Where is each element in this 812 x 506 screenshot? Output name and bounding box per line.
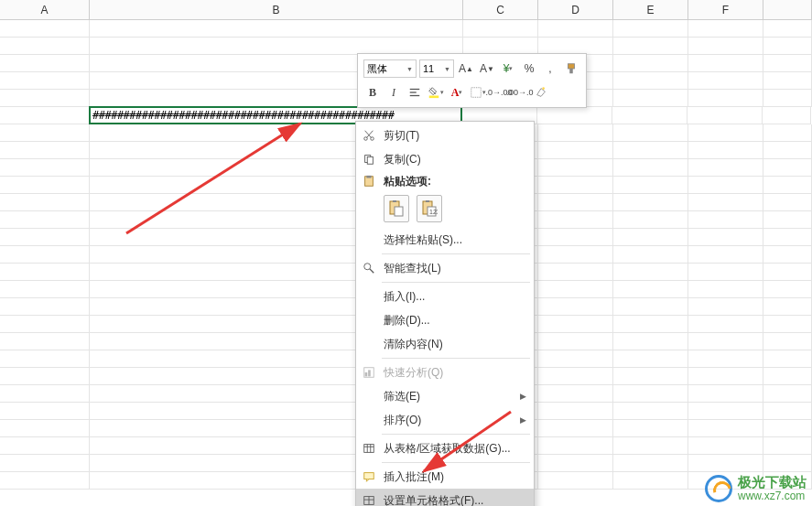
cell[interactable] <box>90 20 463 38</box>
cell[interactable] <box>0 38 90 55</box>
bold-button[interactable]: B <box>363 83 382 102</box>
cell[interactable] <box>613 333 688 350</box>
cell[interactable] <box>0 72 90 90</box>
cell[interactable] <box>763 298 812 316</box>
cell[interactable] <box>688 194 763 211</box>
cell[interactable] <box>688 229 763 246</box>
font-size-select[interactable]: 11▼ <box>419 59 454 78</box>
cell[interactable] <box>538 420 613 437</box>
cell[interactable] <box>763 229 812 246</box>
cell[interactable] <box>538 142 613 159</box>
cell[interactable] <box>0 55 90 72</box>
cell[interactable] <box>0 316 90 333</box>
cell[interactable] <box>688 385 763 403</box>
cell[interactable] <box>688 350 763 368</box>
cell[interactable] <box>0 350 90 368</box>
cell[interactable] <box>763 420 812 437</box>
cell[interactable] <box>763 90 812 107</box>
cell[interactable] <box>763 316 812 333</box>
cell[interactable] <box>538 403 613 420</box>
cell[interactable] <box>688 316 763 333</box>
cell[interactable] <box>463 20 538 38</box>
cell[interactable] <box>613 159 688 177</box>
cell[interactable] <box>688 420 763 437</box>
cell[interactable] <box>0 20 90 38</box>
col-header-f[interactable]: F <box>688 0 763 19</box>
cell[interactable] <box>763 142 812 159</box>
format-painter-2-icon[interactable] <box>532 83 550 102</box>
font-color-icon[interactable]: A▾ <box>448 83 466 102</box>
cell[interactable] <box>763 211 812 229</box>
cell[interactable] <box>538 437 613 455</box>
cell[interactable] <box>538 194 613 211</box>
cell[interactable] <box>538 211 613 229</box>
cell[interactable] <box>763 368 812 385</box>
comma-format-button[interactable]: , <box>541 59 559 78</box>
cell[interactable] <box>0 90 90 107</box>
cell[interactable] <box>613 281 688 298</box>
cell[interactable] <box>538 264 613 281</box>
cell[interactable] <box>763 403 812 420</box>
cell[interactable] <box>0 420 90 437</box>
cell[interactable] <box>687 107 763 124</box>
cell[interactable] <box>613 385 688 403</box>
cell[interactable] <box>613 20 688 38</box>
col-header-g[interactable] <box>763 0 812 19</box>
cell[interactable] <box>763 107 811 124</box>
cell[interactable] <box>538 385 613 403</box>
cell[interactable] <box>612 107 687 124</box>
cell[interactable] <box>763 385 812 403</box>
cell[interactable] <box>613 55 688 72</box>
cell[interactable] <box>688 455 763 472</box>
align-icon[interactable] <box>406 83 424 102</box>
italic-button[interactable]: I <box>384 83 403 102</box>
font-name-select[interactable]: 黑体▼ <box>363 59 417 78</box>
cell[interactable] <box>0 472 90 490</box>
cell[interactable] <box>613 124 688 142</box>
cell[interactable] <box>538 472 613 490</box>
cell[interactable] <box>613 264 688 281</box>
cell[interactable] <box>538 177 613 194</box>
cell[interactable] <box>0 107 90 124</box>
cell[interactable] <box>613 90 688 107</box>
col-header-d[interactable]: D <box>538 0 613 19</box>
menu-format-cells[interactable]: 设置单元格格式(F)... <box>356 489 534 506</box>
cell[interactable] <box>688 55 763 72</box>
decrease-font-icon[interactable]: A▼ <box>478 59 496 78</box>
cell[interactable] <box>688 177 763 194</box>
cell[interactable] <box>0 281 90 298</box>
menu-copy[interactable]: 复制(C) <box>356 147 534 171</box>
cell[interactable] <box>763 264 812 281</box>
col-header-a[interactable]: A <box>0 0 90 19</box>
cell[interactable] <box>613 368 688 385</box>
cell[interactable] <box>688 211 763 229</box>
increase-decimal-icon[interactable]: .0→.00 <box>490 83 508 102</box>
paste-values-icon[interactable]: 123 <box>417 195 442 222</box>
col-header-e[interactable]: E <box>613 0 688 19</box>
cell[interactable] <box>763 72 812 90</box>
cell[interactable] <box>763 159 812 177</box>
cell[interactable] <box>613 437 688 455</box>
menu-smart-lookup[interactable]: 智能查找(L) <box>356 256 534 280</box>
cell[interactable] <box>537 107 612 124</box>
cell[interactable] <box>688 159 763 177</box>
cell[interactable] <box>0 437 90 455</box>
cell[interactable] <box>688 90 763 107</box>
menu-insert[interactable]: 插入(I)... <box>356 285 534 308</box>
cell[interactable] <box>763 177 812 194</box>
cell[interactable] <box>688 246 763 264</box>
cell[interactable] <box>538 246 613 264</box>
cell[interactable] <box>538 368 613 385</box>
menu-clear[interactable]: 清除内容(N) <box>356 332 534 356</box>
cell[interactable] <box>688 72 763 90</box>
cell[interactable] <box>763 20 812 38</box>
cell[interactable] <box>538 298 613 316</box>
cell[interactable] <box>688 264 763 281</box>
cell[interactable] <box>613 211 688 229</box>
cell[interactable] <box>0 385 90 403</box>
cell[interactable] <box>538 281 613 298</box>
cell[interactable] <box>613 38 688 55</box>
cell[interactable] <box>613 472 688 490</box>
cell[interactable] <box>0 264 90 281</box>
cell[interactable] <box>688 142 763 159</box>
